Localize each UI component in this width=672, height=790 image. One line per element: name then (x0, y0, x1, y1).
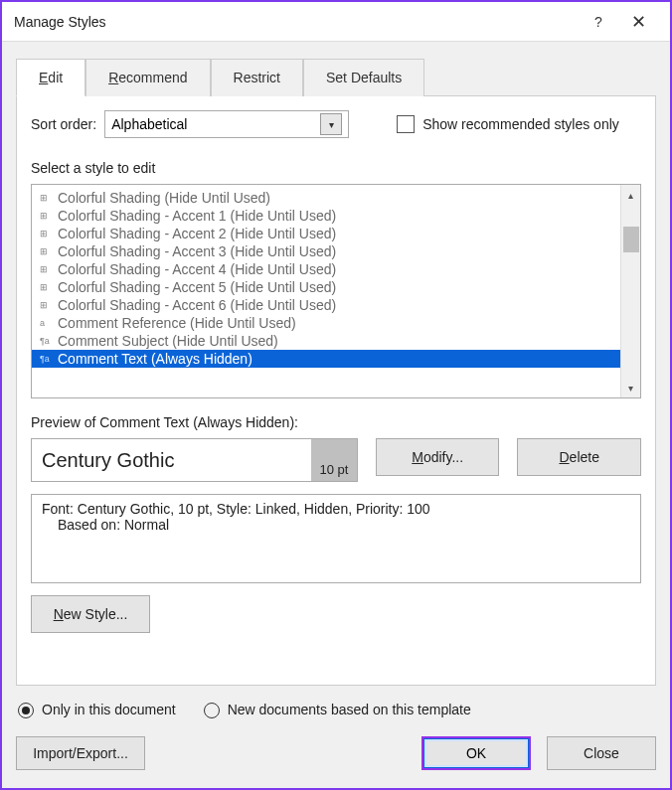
chevron-down-icon: ▾ (320, 113, 342, 135)
list-item-selected[interactable]: ¶aComment Text (Always Hidden) (32, 350, 620, 368)
titlebar: Manage Styles ? ✕ (2, 2, 670, 42)
styles-listbox[interactable]: ⊞Colorful Shading (Hide Until Used) ⊞Col… (31, 184, 641, 398)
tab-edit[interactable]: Edit (16, 59, 85, 96)
show-recommended-checkbox[interactable]: Show recommended styles only (397, 115, 619, 133)
select-style-label: Select a style to edit (31, 160, 641, 176)
preview-font-size[interactable]: 10 pt (311, 439, 357, 481)
radio-unchecked-icon (204, 703, 220, 718)
radio-new-documents[interactable]: New documents based on this template (204, 702, 471, 718)
scroll-up-icon[interactable]: ▴ (621, 185, 640, 205)
close-button[interactable]: Close (547, 736, 656, 770)
list-item[interactable]: ⊞Colorful Shading - Accent 3 (Hide Until… (32, 242, 620, 260)
checkbox-icon (397, 115, 415, 133)
help-button[interactable]: ? (579, 14, 618, 30)
scroll-down-icon[interactable]: ▾ (621, 378, 640, 397)
edit-panel: Sort order: Alphabetical ▾ Show recommen… (16, 95, 656, 686)
sort-order-select[interactable]: Alphabetical ▾ (104, 110, 349, 138)
sort-order-value: Alphabetical (111, 116, 187, 132)
style-description: Font: Century Gothic, 10 pt, Style: Link… (31, 494, 641, 583)
dialog-content: Edit Recommend Restrict Set Defaults Sor… (2, 42, 670, 736)
close-window-button[interactable]: ✕ (618, 11, 658, 33)
list-item[interactable]: aComment Reference (Hide Until Used) (32, 314, 620, 332)
styles-list: ⊞Colorful Shading (Hide Until Used) ⊞Col… (32, 185, 620, 397)
radio-only-document[interactable]: Only in this document (18, 702, 176, 718)
ok-button[interactable]: OK (421, 736, 531, 770)
list-item[interactable]: ⊞Colorful Shading (Hide Until Used) (32, 189, 620, 207)
scroll-thumb[interactable] (623, 227, 639, 252)
new-style-button[interactable]: New Style... (31, 595, 150, 633)
tab-set-defaults[interactable]: Set Defaults (303, 59, 424, 96)
list-item[interactable]: ⊞Colorful Shading - Accent 1 (Hide Until… (32, 207, 620, 225)
preview-font-name: Century Gothic (32, 449, 184, 472)
tab-recommend[interactable]: Recommend (85, 59, 210, 96)
description-line: Font: Century Gothic, 10 pt, Style: Link… (42, 501, 630, 517)
sort-order-label: Sort order: (31, 116, 96, 132)
list-item[interactable]: ⊞Colorful Shading - Accent 4 (Hide Until… (32, 260, 620, 278)
preview-label: Preview of Comment Text (Always Hidden): (31, 414, 641, 430)
dialog-footer: Import/Export... OK Close (2, 736, 670, 788)
scrollbar[interactable]: ▴ ▾ (620, 185, 640, 397)
preview-box: Century Gothic 10 pt (31, 438, 358, 482)
radio-checked-icon (18, 703, 34, 718)
scope-radio-group: Only in this document New documents base… (18, 702, 656, 718)
window-title: Manage Styles (14, 14, 579, 30)
list-item[interactable]: ⊞Colorful Shading - Accent 2 (Hide Until… (32, 225, 620, 242)
delete-button[interactable]: Delete (517, 438, 641, 476)
list-item[interactable]: ¶aComment Subject (Hide Until Used) (32, 332, 620, 350)
description-line: Based on: Normal (42, 517, 630, 533)
manage-styles-dialog: Manage Styles ? ✕ Edit Recommend Restric… (0, 0, 672, 790)
modify-button[interactable]: Modify... (376, 438, 500, 476)
list-item[interactable]: ⊞Colorful Shading - Accent 5 (Hide Until… (32, 278, 620, 296)
list-item[interactable]: ⊞Colorful Shading - Accent 6 (Hide Until… (32, 296, 620, 314)
import-export-button[interactable]: Import/Export... (16, 736, 145, 770)
tab-restrict[interactable]: Restrict (211, 59, 303, 96)
tabstrip: Edit Recommend Restrict Set Defaults (16, 58, 656, 95)
